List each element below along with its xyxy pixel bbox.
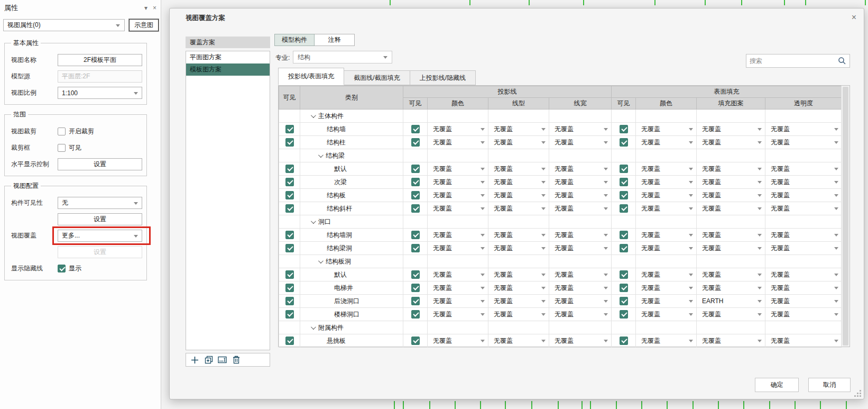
- projection-color-dropdown[interactable]: 无覆盖: [428, 242, 488, 255]
- projection-linetype-dropdown[interactable]: 无覆盖: [488, 162, 549, 176]
- surface-color-dropdown[interactable]: 无覆盖: [636, 162, 697, 176]
- projection-visibility-checkbox[interactable]: [411, 270, 420, 279]
- surface-transparency-dropdown[interactable]: 无覆盖: [765, 189, 842, 202]
- projection-color-dropdown[interactable]: 无覆盖: [428, 308, 488, 321]
- surface-visibility-checkbox[interactable]: [620, 337, 628, 345]
- surface-transparency-dropdown[interactable]: 无覆盖: [765, 123, 842, 136]
- surface-pattern-dropdown[interactable]: 无覆盖: [697, 123, 765, 136]
- projection-visibility-checkbox[interactable]: [411, 178, 420, 186]
- projection-color-dropdown[interactable]: 无覆盖: [428, 136, 488, 149]
- projection-linetype-dropdown[interactable]: 无覆盖: [488, 136, 549, 149]
- surface-color-dropdown[interactable]: 无覆盖: [636, 189, 697, 202]
- projection-linetype-dropdown[interactable]: 无覆盖: [488, 308, 549, 321]
- surface-pattern-dropdown[interactable]: 无覆盖: [697, 334, 765, 348]
- collapse-chevron-icon[interactable]: [318, 258, 324, 263]
- surface-visibility-checkbox[interactable]: [620, 297, 628, 305]
- projection-color-dropdown[interactable]: 无覆盖: [428, 229, 488, 242]
- surface-transparency-dropdown[interactable]: 无覆盖: [765, 229, 842, 242]
- projection-visibility-checkbox[interactable]: [411, 165, 420, 173]
- visibility-checkbox[interactable]: [285, 310, 294, 319]
- surface-color-dropdown[interactable]: 无覆盖: [636, 123, 697, 136]
- view-override-select[interactable]: 更多...: [58, 230, 142, 242]
- surface-transparency-dropdown[interactable]: 无覆盖: [765, 162, 842, 176]
- projection-lineweight-dropdown[interactable]: 无覆盖: [549, 123, 612, 136]
- subtab-hidden-line[interactable]: 上投影线/隐藏线: [410, 70, 476, 85]
- projection-visibility-checkbox[interactable]: [411, 337, 420, 345]
- visibility-checkbox[interactable]: [285, 204, 294, 213]
- projection-lineweight-dropdown[interactable]: 无覆盖: [549, 268, 612, 281]
- panel-collapse-icon[interactable]: ▾: [144, 4, 147, 12]
- horizontal-display-set-button[interactable]: 设置: [58, 158, 142, 170]
- surface-color-dropdown[interactable]: 无覆盖: [636, 295, 697, 308]
- surface-pattern-dropdown[interactable]: 无覆盖: [697, 308, 765, 321]
- projection-linetype-dropdown[interactable]: 无覆盖: [488, 268, 549, 281]
- surface-pattern-dropdown[interactable]: 无覆盖: [697, 242, 765, 255]
- projection-visibility-checkbox[interactable]: [411, 284, 420, 292]
- projection-lineweight-dropdown[interactable]: 无覆盖: [549, 176, 612, 189]
- visibility-checkbox[interactable]: [285, 270, 294, 279]
- collapse-chevron-icon[interactable]: [311, 113, 316, 118]
- projection-linetype-dropdown[interactable]: 无覆盖: [488, 229, 549, 242]
- surface-visibility-checkbox[interactable]: [620, 244, 628, 252]
- surface-transparency-dropdown[interactable]: 无覆盖: [765, 136, 842, 149]
- surface-transparency-dropdown[interactable]: 无覆盖: [765, 176, 842, 189]
- scheme-item[interactable]: 模板图方案: [186, 63, 270, 76]
- rename-scheme-button[interactable]: [218, 356, 227, 365]
- projection-color-dropdown[interactable]: 无覆盖: [428, 295, 488, 308]
- visibility-checkbox[interactable]: [285, 165, 294, 173]
- projection-color-dropdown[interactable]: 无覆盖: [428, 202, 488, 215]
- surface-color-dropdown[interactable]: 无覆盖: [636, 176, 697, 189]
- surface-pattern-dropdown[interactable]: EARTH: [697, 295, 765, 308]
- projection-visibility-checkbox[interactable]: [411, 125, 420, 133]
- surface-transparency-dropdown[interactable]: 无覆盖: [765, 202, 842, 215]
- tab-model-components[interactable]: 模型构件: [274, 34, 315, 46]
- search-icon[interactable]: [838, 57, 846, 65]
- visibility-set-button[interactable]: 设置: [58, 213, 142, 225]
- surface-transparency-dropdown[interactable]: 无覆盖: [765, 268, 842, 281]
- surface-color-dropdown[interactable]: 无覆盖: [636, 242, 697, 255]
- projection-color-dropdown[interactable]: 无覆盖: [428, 123, 488, 136]
- projection-lineweight-dropdown[interactable]: 无覆盖: [549, 334, 612, 348]
- projection-visibility-checkbox[interactable]: [411, 297, 420, 305]
- crop-box-checkbox[interactable]: [58, 144, 66, 152]
- view-crop-checkbox[interactable]: [58, 128, 66, 135]
- projection-linetype-dropdown[interactable]: 无覆盖: [488, 202, 549, 215]
- projection-color-dropdown[interactable]: 无覆盖: [428, 334, 488, 348]
- surface-pattern-dropdown[interactable]: 无覆盖: [697, 229, 765, 242]
- surface-transparency-dropdown[interactable]: 无覆盖: [765, 308, 842, 321]
- surface-visibility-checkbox[interactable]: [620, 178, 628, 186]
- discipline-select[interactable]: 结构: [293, 51, 392, 63]
- projection-lineweight-dropdown[interactable]: 无覆盖: [549, 189, 612, 202]
- subtab-section[interactable]: 截面线/截面填充: [344, 70, 410, 85]
- panel-close-icon[interactable]: ×: [153, 4, 156, 12]
- projection-visibility-checkbox[interactable]: [411, 138, 420, 147]
- projection-color-dropdown[interactable]: 无覆盖: [428, 162, 488, 176]
- scrollbar-thumb[interactable]: [843, 87, 848, 346]
- collapse-chevron-icon[interactable]: [311, 324, 316, 330]
- visibility-checkbox[interactable]: [285, 337, 294, 345]
- surface-pattern-dropdown[interactable]: 无覆盖: [697, 136, 765, 149]
- delete-scheme-button[interactable]: [232, 356, 241, 365]
- projection-lineweight-dropdown[interactable]: 无覆盖: [549, 229, 612, 242]
- surface-pattern-dropdown[interactable]: 无覆盖: [697, 176, 765, 189]
- scheme-item[interactable]: 平面图方案: [186, 51, 270, 63]
- projection-lineweight-dropdown[interactable]: 无覆盖: [549, 281, 612, 295]
- dialog-close-icon[interactable]: ×: [852, 13, 856, 22]
- duplicate-scheme-button[interactable]: [204, 356, 213, 365]
- visibility-checkbox[interactable]: [285, 178, 294, 186]
- projection-lineweight-dropdown[interactable]: 无覆盖: [549, 242, 612, 255]
- surface-color-dropdown[interactable]: 无覆盖: [636, 334, 697, 348]
- search-input[interactable]: [750, 57, 838, 65]
- surface-visibility-checkbox[interactable]: [620, 165, 628, 173]
- surface-transparency-dropdown[interactable]: 无覆盖: [765, 242, 842, 255]
- visibility-checkbox[interactable]: [285, 138, 294, 147]
- tab-annotations[interactable]: 注释: [315, 34, 355, 46]
- projection-linetype-dropdown[interactable]: 无覆盖: [488, 176, 549, 189]
- projection-linetype-dropdown[interactable]: 无覆盖: [488, 281, 549, 295]
- surface-visibility-checkbox[interactable]: [620, 231, 628, 239]
- show-hidden-line-checkbox[interactable]: [58, 265, 66, 272]
- component-visibility-select[interactable]: 无: [58, 197, 142, 209]
- projection-visibility-checkbox[interactable]: [411, 191, 420, 199]
- property-type-select[interactable]: 视图属性(0): [3, 19, 125, 31]
- surface-visibility-checkbox[interactable]: [620, 310, 628, 319]
